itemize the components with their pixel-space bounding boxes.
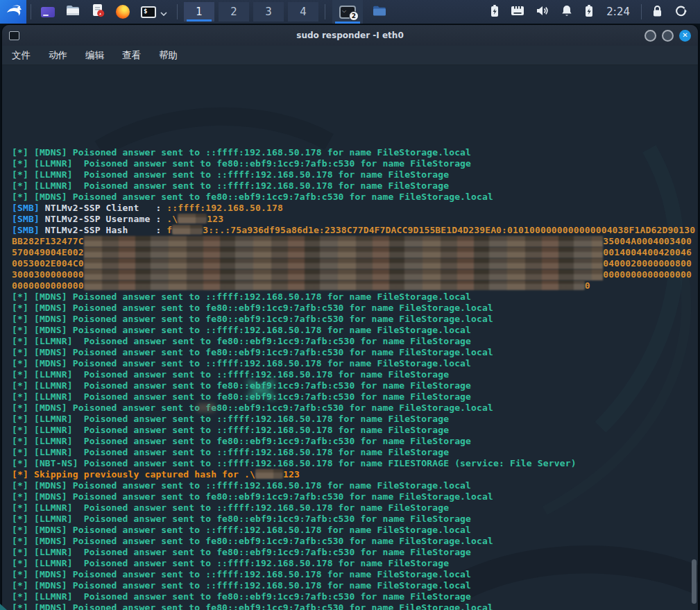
terminal-line: [*] [LLMNR] Poisoned answer sent to ::ff…: [12, 447, 698, 458]
workspace-1[interactable]: 1: [184, 2, 214, 22]
terminal-text: [*] [LLMNR] Poisoned answer sent to ::ff…: [12, 502, 449, 513]
terminal-text: [*] [LLMNR] Poisoned answer sent to ::ff…: [12, 169, 449, 180]
terminal-line: 00000000000000: [12, 280, 698, 291]
terminal-text: [*] [MDNS] Poisoned answer sent to fe80:…: [12, 403, 493, 413]
terminal-text: [*] [MDNS] Poisoned answer sent to fe80:…: [12, 303, 493, 313]
terminal-line: [*] [LLMNR] Poisoned answer sent to fe80…: [12, 591, 698, 602]
terminal-line: [*] [MDNS] Poisoned answer sent to ::fff…: [12, 525, 698, 536]
terminal-text: 35004A0004003400: [603, 236, 692, 247]
terminal-text: [*] [MDNS] Poisoned answer sent to ::fff…: [12, 291, 471, 302]
window-app-icon: [41, 7, 55, 17]
minimize-button[interactable]: [644, 30, 656, 42]
terminal-text: [*] [MDNS] Poisoned answer sent to fe80:…: [12, 314, 493, 324]
terminal-text: NTLMv2-SSP Username :: [40, 214, 167, 224]
volume-icon: [536, 6, 549, 19]
redaction-smudge: [244, 378, 278, 403]
terminal-text: 0000000000000000: [603, 269, 692, 280]
network-indicator[interactable]: [505, 0, 530, 24]
logout-button[interactable]: [669, 0, 693, 24]
terminal-line: [*] [LLMNR] Poisoned answer sent to fe80…: [12, 391, 698, 403]
terminal-text: [*] [MDNS] Poisoned answer sent to fe80:…: [12, 491, 493, 502]
menu-help[interactable]: 帮助: [159, 49, 178, 62]
close-button[interactable]: ✕: [679, 30, 691, 42]
maximize-button[interactable]: [662, 30, 674, 42]
terminal-line: [*] [MDNS] Poisoned answer sent to ::fff…: [12, 569, 698, 580]
terminal-text: f: [167, 225, 172, 235]
launcher-app-window[interactable]: [35, 0, 60, 24]
terminal-line: [*] Skipping previously captured hash fo…: [12, 469, 698, 480]
terminal-line: [*] [LLMNR] Poisoned answer sent to fe80…: [12, 436, 698, 447]
menu-view[interactable]: 查看: [122, 49, 141, 62]
terminal-text: [SMB]: [12, 225, 40, 235]
terminal-text: 123: [207, 214, 223, 224]
launcher-text-editor[interactable]: [85, 0, 110, 24]
terminal-line: [*] [MDNS] Poisoned answer sent to ::fff…: [12, 291, 698, 303]
terminal-text: 3000300000000: [12, 269, 84, 280]
launcher-firefox[interactable]: [110, 0, 135, 24]
launcher-terminal[interactable]: [135, 0, 173, 24]
terminal-text: [*] [MDNS] Poisoned answer sent to ::fff…: [12, 325, 471, 335]
terminal-line: [*] [LLMNR] Poisoned answer sent to fe80…: [12, 547, 698, 558]
lock-screen-button[interactable]: [646, 0, 669, 24]
terminal-line: [*] [MDNS] Poisoned answer sent to fe80:…: [12, 536, 698, 547]
terminal-line: [SMB] NTLMv2-SSP Username : .\123: [12, 214, 698, 225]
power-manager-indicator[interactable]: [579, 0, 599, 24]
redaction-blur: [84, 258, 604, 269]
workspace-4[interactable]: 4: [288, 2, 318, 22]
chevron-down-icon[interactable]: [160, 6, 167, 19]
bell-icon: [561, 5, 572, 19]
terminal-text: [*] [LLMNR] Poisoned answer sent to fe80…: [12, 391, 471, 402]
terminal-text: 123: [283, 469, 300, 480]
workspace-3[interactable]: 3: [253, 2, 284, 22]
terminal-line: [*] [MDNS] Poisoned answer sent to ::fff…: [12, 147, 698, 158]
menu-actions[interactable]: 动作: [49, 49, 67, 62]
lock-icon: [652, 5, 663, 19]
terminal-text: NTLMv2-SSP Client :: [40, 203, 167, 213]
terminal-line: [*] [LLMNR] Poisoned answer sent to fe80…: [12, 158, 698, 169]
panel-separator: [325, 4, 325, 19]
terminal-text: [SMB]: [12, 214, 40, 224]
terminal-text: [*] [MDNS] Poisoned answer sent to fe80:…: [12, 536, 493, 546]
terminal-text: [*] [LLMNR] Poisoned answer sent to fe80…: [12, 380, 471, 391]
terminal-line: [*] [LLMNR] Poisoned answer sent to fe80…: [12, 380, 698, 391]
terminal-text: [*] [MDNS] Poisoned answer sent to fe80:…: [12, 347, 493, 357]
taskbar-item-terminal[interactable]: 2: [332, 0, 363, 24]
applications-menu-button[interactable]: [0, 0, 26, 24]
redaction-blur: [84, 280, 585, 290]
taskbar-item-folder[interactable]: [366, 0, 393, 24]
firefox-icon: [116, 5, 130, 19]
notifications-indicator[interactable]: [555, 0, 579, 24]
terminal-line: [*] [LLMNR] Poisoned answer sent to ::ff…: [12, 502, 698, 514]
terminal-line: [*] [MDNS] Poisoned answer sent to ::fff…: [12, 358, 698, 369]
terminal-text: [*] [MDNS] Poisoned answer sent to ::fff…: [12, 525, 471, 535]
terminal-line: [*] [MDNS] Poisoned answer sent to fe80:…: [12, 403, 698, 414]
redaction-blur: [84, 247, 604, 258]
terminal-line: [*] [LLMNR] Poisoned answer sent to ::ff…: [12, 558, 698, 569]
terminal-text: [*] [LLMNR] Poisoned answer sent to ::ff…: [12, 414, 449, 424]
scrollbar-thumb[interactable]: [692, 559, 697, 604]
terminal-line: 30003000000000000000000000000: [12, 269, 692, 280]
folder-window-icon: [373, 6, 386, 19]
terminal-output[interactable]: [*] [MDNS] Poisoned answer sent to ::fff…: [2, 65, 698, 610]
terminal-text: 0053002E004C0: [12, 258, 84, 269]
terminal-line: [*] [LLMNR] Poisoned answer sent to ::ff…: [12, 414, 698, 425]
terminal-line: [*] [LLMNR] Poisoned answer sent to ::ff…: [12, 169, 698, 180]
terminal-text: [*] [LLMNR] Poisoned answer sent to fe80…: [12, 514, 471, 524]
terminal-line: [*] [MDNS] Poisoned answer sent to ::fff…: [12, 325, 698, 336]
terminal-line: [*] [MDNS] Poisoned answer sent to fe80:…: [12, 347, 698, 358]
menu-file[interactable]: 文件: [12, 49, 31, 62]
terminal-line: [*] [MDNS] Poisoned answer sent to fe80:…: [12, 192, 698, 203]
terminal-line: [SMB] NTLMv2-SSP Client : ::ffff:192.168…: [12, 203, 698, 214]
volume-indicator[interactable]: [530, 0, 555, 24]
workspace-2[interactable]: 2: [219, 2, 249, 22]
launcher-file-manager[interactable]: [60, 0, 85, 24]
menu-edit[interactable]: 编辑: [85, 49, 104, 62]
titlebar[interactable]: sudo responder -I eth0 ✕: [2, 25, 698, 46]
terminal-text: [*] [LLMNR] Poisoned answer sent to ::ff…: [12, 425, 449, 435]
folder-icon: [66, 5, 80, 19]
terminal-text: [*] [MDNS] Poisoned answer sent to ::fff…: [12, 580, 471, 591]
battery-indicator[interactable]: [484, 0, 505, 24]
terminal-text: [*] [NBT-NS] Poisoned answer sent to ::f…: [12, 458, 577, 468]
panel-clock[interactable]: 2:24: [606, 6, 630, 18]
redaction-smudge: [197, 403, 215, 412]
